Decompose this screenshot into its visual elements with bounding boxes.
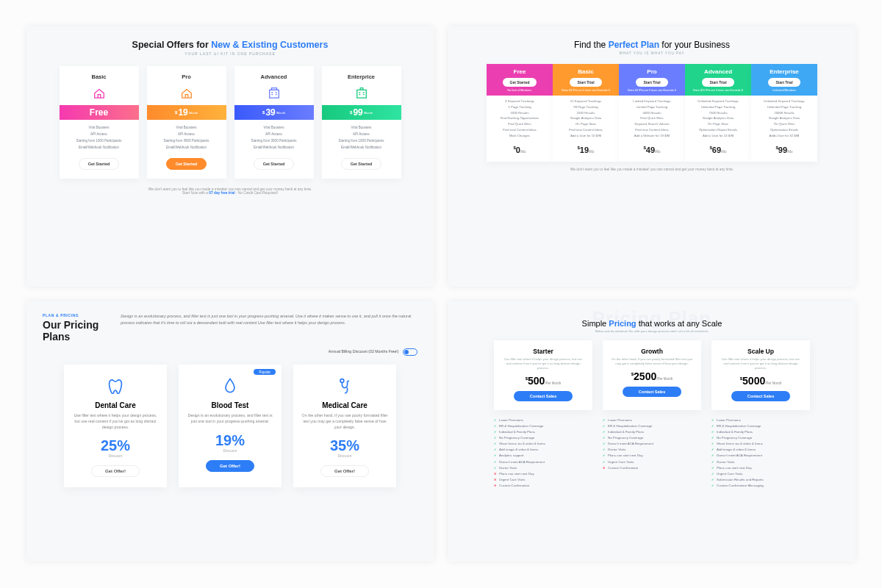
contact-sales-button[interactable]: Contact Sales — [514, 391, 573, 401]
get-started-button[interactable]: Get Started — [254, 158, 295, 170]
plan-note: Extra 04 /Person if team size Exceeds 6 — [619, 89, 685, 93]
plan-feature: API Access — [147, 132, 226, 136]
house-icon — [180, 86, 193, 99]
feature-item: Share forms via & video & forms — [494, 441, 592, 447]
contact-sales-button[interactable]: Contact Sales — [731, 391, 790, 401]
feature-item: Doctor Visits — [494, 465, 592, 471]
plan-name: Basic — [553, 68, 619, 75]
feature-item: Share forms via & video & forms — [711, 441, 810, 447]
plan-name: Pro — [619, 68, 685, 75]
discount-percent: 19% — [186, 432, 274, 449]
start-trial-button[interactable]: Start Trial — [636, 78, 667, 87]
plan-header: Free Get Started No limit of Members — [487, 64, 553, 96]
svg-point-3 — [340, 379, 344, 383]
plan-price: $69/Mo — [685, 141, 751, 162]
pricing-panel-d: Pricing Plan Simple Pricing that works a… — [448, 301, 856, 562]
start-trial-button[interactable]: Start Trial — [702, 78, 734, 87]
price-band: $99/Month — [322, 105, 401, 120]
svg-rect-0 — [269, 90, 279, 98]
plan-name: Enterprice — [322, 74, 401, 80]
stethoscope-icon — [301, 376, 389, 397]
feature-list: Lower PremiumsER & Hospitalization Cover… — [711, 417, 810, 490]
plan-name: Enterprise — [751, 68, 817, 75]
feature-list: Lower PremiumsER & Hospitalization Cover… — [603, 417, 701, 490]
feature-item: Lower Premiums — [603, 417, 701, 423]
get-started-button[interactable]: Get Started — [166, 158, 207, 170]
discount-percent: 25% — [71, 437, 159, 454]
plan-name: Pro — [147, 74, 226, 80]
pricing-panel-b: Find the Perfect Plan for your Business … — [448, 26, 856, 287]
offer-desc: Use filler text where it helps your desi… — [71, 413, 159, 430]
start-trial-button[interactable]: Get Started — [503, 78, 537, 87]
panel-c-eyebrow: PLAN & PRICING — [43, 313, 106, 318]
panel-b-subtitle: WHAT YOU IS WHAT YOU PAY — [465, 51, 839, 55]
tier-price: $500/Per Month — [501, 375, 585, 387]
offer-name: Blood Test — [186, 401, 274, 409]
plan-features: Unlimited Keyword TrackingsUnlimited Pag… — [685, 96, 751, 141]
offer-card-dental-care: Dental Care Use filler text where it hel… — [64, 365, 167, 487]
plan-price: $99/Mo — [751, 141, 817, 162]
feature-item: ER & Hospitalization Coverage — [494, 423, 592, 429]
panel-a-subtitle: YOUR LAST UI KIT IN ONE PURCHASE — [43, 51, 417, 56]
plan-note: Unlimited Members — [751, 89, 817, 93]
plan-feature: Email/Webhook Notification — [147, 146, 226, 149]
plan-card-basic: Basic FreeViral BoostersAPI AccessStarti… — [60, 66, 139, 179]
feature-item: Lower Premiums — [494, 417, 592, 423]
tier-card-growth: Growth On the other hand, if you use poo… — [603, 340, 701, 410]
billing-toggle[interactable] — [403, 348, 417, 356]
plan-features: Unlimited Keyword TrackingsUnlimited Pag… — [751, 96, 817, 141]
tier-price: $5000/Per Month — [719, 375, 803, 387]
offer-desc: On the other hand, if you use poorly for… — [301, 413, 389, 430]
feature-item: Individual & Family Plans — [711, 429, 810, 435]
start-trial-button[interactable]: Start Trial — [570, 78, 601, 87]
tier-card-starter: Starter Use filler text where it helps y… — [494, 340, 592, 410]
feature-item: Add image & video & forms — [494, 447, 592, 453]
feature-item: Submission Results and Reports — [711, 477, 810, 483]
plan-feature: Viral Boosters — [322, 126, 401, 129]
plan-feature: Starting from 3000 Participants — [234, 139, 314, 143]
plan-name: Advanced — [234, 74, 314, 80]
feature-item: Plans can start next Day — [494, 471, 592, 477]
tier-name: Starter — [501, 348, 585, 355]
get-started-button[interactable]: Get Started — [79, 158, 120, 170]
offer-name: Medical Care — [301, 401, 389, 409]
contact-sales-button[interactable]: Contact Sales — [623, 387, 681, 397]
panel-c-desc: Design is an evolutionary process, and f… — [121, 313, 417, 326]
get-started-button[interactable]: Get Started — [341, 158, 382, 170]
feature-item: Doctor Visits — [711, 459, 810, 465]
panel-b-footnote: We don't want you to feel like you made … — [465, 168, 839, 171]
price-band: $19/Month — [147, 105, 226, 120]
billing-toggle-row: Annual Billing Discount (02 Months Free!… — [43, 348, 417, 356]
plan-feature: Email/Webhook Notification — [322, 146, 401, 149]
get-offer-button[interactable]: Get Offer! — [91, 465, 140, 477]
plan-feature: API Access — [60, 132, 139, 136]
panel-a-footnote: We don't want you to feel like you made … — [43, 187, 417, 195]
start-trial-button[interactable]: Start Trial — [768, 78, 800, 87]
feature-item: Plans can start next Day — [711, 465, 810, 471]
discount-label: Discount — [301, 454, 389, 458]
get-offer-button[interactable]: Get Offer! — [320, 465, 369, 477]
offer-desc: Design is an evolutionary process, and f… — [186, 413, 274, 425]
feature-item: Urgent Care Visits — [711, 471, 810, 477]
panel-a-title: Special Offers for New & Existing Custom… — [43, 40, 417, 50]
tier-desc: Use filler text where it helps your desi… — [501, 357, 585, 370]
plan-feature: Starting from 1000 Participants — [322, 139, 401, 143]
plan-note: No limit of Members — [487, 89, 553, 93]
plan-name: Advanced — [685, 68, 751, 75]
panel-c-title: Our Pricing Plans — [43, 319, 106, 343]
tier-card-scale-up: Scale Up Use filler text where it helps … — [711, 340, 810, 410]
feature-item: Doesn't meet ACA Requirement — [494, 459, 592, 465]
feature-item: Plans can start next Day — [603, 453, 701, 459]
pricing-panel-c: PLAN & PRICING Our Pricing Plans Design … — [26, 301, 434, 562]
discount-percent: 35% — [301, 437, 389, 454]
get-offer-button[interactable]: Get Offer! — [206, 460, 254, 472]
plan-feature: Viral Boosters — [234, 126, 314, 129]
feature-item: Individual & Family Plans — [603, 429, 701, 435]
plan-header: Enterprise Start Trial Unlimited Members — [751, 64, 817, 96]
house-icon — [355, 86, 368, 99]
plan-card-advanced: Advanced Start Trial Extra $11 /Person i… — [685, 64, 751, 162]
plan-note: Extra 03 /Person if team size Exceeds 6 — [553, 89, 619, 93]
offer-name: Dental Care — [71, 401, 159, 409]
plan-features: 3 Keyword Trackings1 Page Tracking1000 R… — [487, 96, 553, 141]
pricing-panel-a: Special Offers for New & Existing Custom… — [26, 26, 434, 287]
